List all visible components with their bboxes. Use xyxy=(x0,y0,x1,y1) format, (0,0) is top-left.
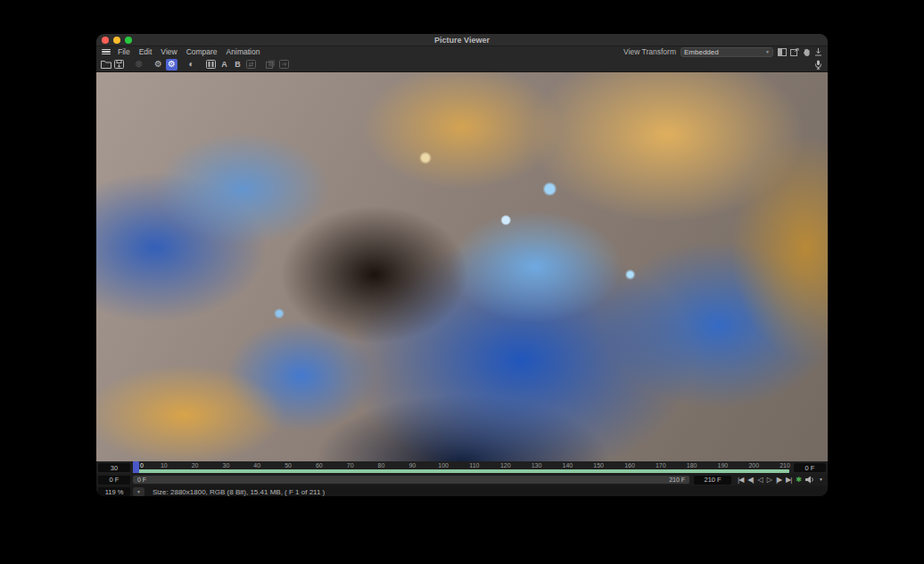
end-frame-field[interactable]: 210 F xyxy=(694,476,731,485)
desktop-background: Picture Viewer FileEditViewCompareAnimat… xyxy=(0,0,924,564)
cache-bar xyxy=(133,469,789,473)
loop-options-button[interactable]: ✱ xyxy=(794,475,803,485)
preview-range-bar[interactable]: 0 F 210 F xyxy=(133,476,689,484)
menu-compare[interactable]: Compare xyxy=(186,47,218,56)
stop-render-button: ⊗ xyxy=(133,59,144,70)
set-image-a-button[interactable]: A xyxy=(219,59,230,70)
playhead[interactable] xyxy=(133,461,139,473)
ruler-tick: 100 xyxy=(438,462,449,469)
playback-controls: |◀◀|◁▷|▶▶|✱▼ xyxy=(734,475,826,485)
ab-compare-button[interactable] xyxy=(205,59,217,70)
timeline-ruler[interactable]: 1020304050607080901001101201301401501601… xyxy=(133,461,791,474)
window-title: Picture Viewer xyxy=(96,36,828,45)
ruler-tick: 200 xyxy=(748,462,759,469)
menu-icon[interactable] xyxy=(102,49,111,55)
ruler-tick: 60 xyxy=(316,462,323,469)
set-image-b-button[interactable]: B xyxy=(232,59,243,70)
microphone-button[interactable] xyxy=(813,59,824,70)
frame-offset-field[interactable]: 0 F xyxy=(794,463,826,472)
goto-start-button[interactable]: |◀ xyxy=(736,475,745,485)
toolbar: ⊗ ⚙ ⚙ ◐ A B xyxy=(96,57,828,72)
titlebar: Picture Viewer xyxy=(96,34,828,46)
ruler-tick: 170 xyxy=(656,462,666,469)
ruler-tick: 110 xyxy=(469,462,479,469)
ruler-tick: 120 xyxy=(500,462,511,469)
swap-ab-button xyxy=(245,59,257,70)
picture-viewer-window: Picture Viewer FileEditViewCompareAnimat… xyxy=(96,34,828,496)
fps-field[interactable]: 30 xyxy=(98,463,130,472)
menu-animation[interactable]: Animation xyxy=(227,47,260,56)
ruler-tick: 160 xyxy=(624,462,635,469)
dock-icon[interactable] xyxy=(814,48,822,56)
ruler-tick: 70 xyxy=(347,462,354,469)
ruler-tick: 180 xyxy=(687,462,697,469)
ruler-tick: 50 xyxy=(285,462,292,469)
menubar: FileEditViewCompareAnimation View Transf… xyxy=(96,46,828,57)
view-transform-label: View Transform xyxy=(623,47,676,56)
ruler-tick: 80 xyxy=(378,462,385,469)
range-start-label: 0 F xyxy=(137,477,146,483)
settings-gear-button[interactable]: ⚙ xyxy=(153,59,164,70)
range-end-label: 210 F xyxy=(669,477,685,483)
hand-pan-icon[interactable] xyxy=(803,48,811,56)
current-frame-field[interactable]: 0 F xyxy=(98,476,130,485)
menu-view[interactable]: View xyxy=(161,47,177,56)
contrast-filter-button[interactable]: ◐ xyxy=(186,59,197,70)
sound-button[interactable] xyxy=(804,475,816,485)
ruler-tick: 210 xyxy=(780,462,790,469)
zoom-level-field[interactable]: 119 % xyxy=(98,487,130,496)
play-backward-button[interactable]: ◁ xyxy=(756,475,764,485)
ruler-tick: 40 xyxy=(253,462,260,469)
status-row: 119 % ▼ Size: 2880x1800, RGB (8 Bit), 15… xyxy=(96,485,828,496)
playhead-frame-label: 0 xyxy=(140,462,144,469)
goto-end-button[interactable]: ▶| xyxy=(784,475,793,485)
ruler-tick: 190 xyxy=(718,462,729,469)
view-transform-select[interactable]: Embedded ▼ xyxy=(681,47,773,57)
view-transform-value: Embedded xyxy=(684,48,719,56)
ruler-tick: 10 xyxy=(161,462,168,469)
paste-image-button xyxy=(278,59,290,70)
timeline-ruler-row: 30 1020304050607080901001101201301401501… xyxy=(96,461,828,474)
ruler-tick: 90 xyxy=(408,462,416,469)
play-forward-button[interactable]: ▷ xyxy=(765,475,773,485)
step-back-button[interactable]: ◀| xyxy=(746,475,755,485)
image-canvas[interactable] xyxy=(96,72,828,461)
menu-items: FileEditViewCompareAnimation xyxy=(118,47,260,56)
zoom-dropdown-button[interactable]: ▼ xyxy=(133,487,144,496)
ruler-tick: 150 xyxy=(593,462,604,469)
display-settings-gear-button[interactable]: ⚙ xyxy=(166,59,177,70)
split-view-icon[interactable] xyxy=(778,48,787,56)
menu-edit[interactable]: Edit xyxy=(139,47,153,56)
ruler-tick: 130 xyxy=(532,462,542,469)
chevron-down-icon: ▼ xyxy=(765,49,770,54)
playback-menu-button[interactable]: ▼ xyxy=(817,475,824,485)
detach-window-icon[interactable] xyxy=(790,48,799,56)
ruler-tick: 140 xyxy=(563,462,573,469)
ruler-tick: 20 xyxy=(192,462,199,469)
open-file-button[interactable] xyxy=(100,59,111,70)
ruler-tick: 30 xyxy=(223,462,230,469)
step-forward-button[interactable]: |▶ xyxy=(774,475,783,485)
menu-file[interactable]: File xyxy=(118,47,130,56)
preview-range-row: 0 F 0 F 210 F 210 F |◀◀|◁▷|▶▶|✱▼ xyxy=(96,474,828,485)
save-image-button[interactable] xyxy=(113,59,125,70)
copy-image-button xyxy=(265,59,276,70)
view-transform-group: View Transform Embedded ▼ xyxy=(623,47,822,57)
status-info: Size: 2880x1800, RGB (8 Bit), 15.41 MB, … xyxy=(153,488,325,496)
